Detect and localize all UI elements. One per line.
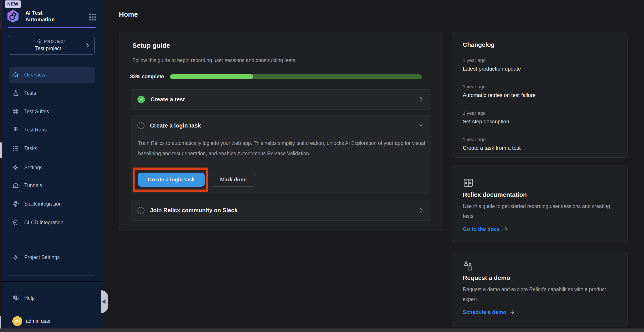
sidebar-item-settings[interactable]: Settings <box>9 160 95 175</box>
progress-label: 33% complete <box>130 74 164 80</box>
setup-guide-subtitle: Follow this guide to begin recording use… <box>132 57 296 63</box>
tunnel-icon <box>12 182 19 189</box>
sidebar-item-tasks[interactable]: Tasks <box>9 141 95 156</box>
sidebar-item-slack-integration[interactable]: Slack integration <box>9 196 95 212</box>
documentation-title: Relicx documentation <box>463 191 617 198</box>
sidebar: NEW AI Test Automatio <box>2 0 103 329</box>
columns-icon <box>12 126 19 133</box>
task-row-create-login-task[interactable]: Create a login task <box>131 115 431 136</box>
background-sliver-segment <box>0 143 2 158</box>
chevron-right-icon <box>84 42 90 48</box>
changelog-entry[interactable]: 1 year ago Set step description <box>463 110 617 125</box>
check-circle-icon <box>138 96 145 103</box>
sidebar-collapse-handle[interactable] <box>101 290 108 313</box>
demo-body: Request a demo and explore Relicx's capa… <box>463 285 617 304</box>
changelog-text: Set step description <box>463 118 617 125</box>
sidebar-divider <box>8 275 95 276</box>
sidebar-divider <box>8 241 95 241</box>
page-title: Home <box>119 10 138 18</box>
sidebar-item-test-suites[interactable]: Test Suites <box>9 104 95 119</box>
sidebar-item-label: Test Suites <box>24 109 49 115</box>
task-title: Join Relicx community on Slack <box>150 207 418 214</box>
task-title: Create a test <box>150 96 418 103</box>
demo-title: Request a demo <box>463 274 617 281</box>
chevron-right-icon <box>418 207 424 213</box>
sidebar-item-project-settings[interactable]: Project Settings <box>9 249 95 265</box>
setup-progress: 33% complete <box>130 74 422 80</box>
incomplete-circle-icon <box>138 122 144 129</box>
background-sliver-segment <box>0 0 2 29</box>
project-name: Test project - 1 <box>35 45 68 51</box>
chevron-down-icon <box>418 123 424 129</box>
app-logo-icon <box>6 8 20 24</box>
sidebar-item-overview[interactable]: Overview <box>9 67 95 83</box>
gear-icon <box>12 254 19 261</box>
arrow-right-icon <box>509 309 515 315</box>
sidebar-item-label: Test Runs <box>24 127 47 133</box>
task-row-create-a-test[interactable]: Create a test <box>130 89 431 110</box>
app-switcher-grid-icon[interactable] <box>88 13 97 21</box>
sidebar-item-label: CI-CD integration <box>24 220 64 226</box>
checklist-icon <box>12 145 19 152</box>
changelog-text: Automatic retries on test failure <box>463 92 617 98</box>
setup-guide-title: Setup guide <box>132 42 170 49</box>
grid-icon <box>12 108 19 115</box>
sidebar-item-label: Tunnels <box>24 182 42 188</box>
task-row-join-slack-community[interactable]: Join Relicx community on Slack <box>130 200 431 220</box>
background-window-sliver <box>0 0 2 332</box>
changelog-time: 1 year ago <box>463 58 617 63</box>
flask-icon <box>12 89 19 97</box>
changelog-card: Changelog 1 year ago Latest production u… <box>452 32 628 158</box>
go-to-docs-link[interactable]: Go to the docs <box>463 226 617 232</box>
sidebar-item-label: Help <box>24 295 34 301</box>
task-panel-create-login-task: Create a login task Train Relicx to auto… <box>130 115 431 194</box>
mark-done-button[interactable]: Mark done <box>211 172 256 187</box>
changelog-text: Latest production update <box>463 65 617 72</box>
changelog-entry[interactable]: 1 year ago Automatic retries on test fai… <box>463 84 617 98</box>
sidebar-item-label: Project Settings <box>24 254 60 260</box>
task-description: Train Relicx to automatically log into y… <box>138 138 432 159</box>
progress-bar <box>170 74 422 79</box>
changelog-time: 1 year ago <box>463 84 617 90</box>
gear-icon <box>12 164 19 171</box>
sidebar-item-cicd-integration[interactable]: CI-CD integration <box>9 215 95 230</box>
link-label: Go to the docs <box>463 226 500 232</box>
sidebar-item-label: Slack integration <box>24 201 62 207</box>
task-title: Create a login task <box>150 122 418 129</box>
changelog-time: 1 year ago <box>463 137 617 143</box>
chevron-left-icon <box>102 299 106 304</box>
sidebar-item-tunnels[interactable]: Tunnels <box>9 177 95 193</box>
incomplete-circle-icon <box>138 207 144 214</box>
help-chat-icon <box>12 294 19 302</box>
sidebar-item-label: Settings <box>24 165 42 170</box>
documentation-card: Relicx documentation Use this guide to g… <box>452 166 628 243</box>
cicd-icon <box>12 219 19 226</box>
project-label: PROJECT <box>44 39 67 44</box>
sidebar-item-help[interactable]: Help <box>9 290 95 306</box>
documentation-body: Use this guide to get started recording … <box>463 201 617 221</box>
horizontal-scrollbar[interactable] <box>0 329 644 332</box>
schedule-demo-link[interactable]: Schedule a demo <box>463 309 617 315</box>
chevron-right-icon <box>418 96 424 102</box>
app-window: NEW AI Test Automatio <box>0 0 644 332</box>
changelog-text: Create a task from a test <box>463 145 617 151</box>
brand: AI Test Automation <box>6 8 60 24</box>
book-icon <box>463 177 474 188</box>
new-badge: NEW <box>5 0 21 8</box>
sidebar-item-label: Tests <box>24 90 36 96</box>
slack-icon <box>12 200 19 207</box>
project-selector[interactable]: PROJECT Test project - 1 <box>9 36 95 55</box>
changelog-title: Changelog <box>463 41 617 48</box>
app-title: AI Test Automation <box>25 10 60 23</box>
changelog-entry[interactable]: 1 year ago Create a task from a test <box>463 137 617 151</box>
sidebar-item-label: Overview <box>24 72 45 78</box>
sidebar-item-test-runs[interactable]: Test Runs <box>9 122 95 138</box>
sidebar-item-tests[interactable]: Tests <box>9 85 95 101</box>
avatar: AU <box>12 316 22 326</box>
sidebar-item-label: Tasks <box>24 146 37 152</box>
home-icon <box>12 71 19 78</box>
user-menu[interactable]: AU admin user <box>10 316 51 326</box>
link-label: Schedule a demo <box>463 309 506 315</box>
create-login-task-button[interactable]: Create a login task <box>138 172 205 187</box>
changelog-entry[interactable]: 1 year ago Latest production update <box>463 58 617 72</box>
